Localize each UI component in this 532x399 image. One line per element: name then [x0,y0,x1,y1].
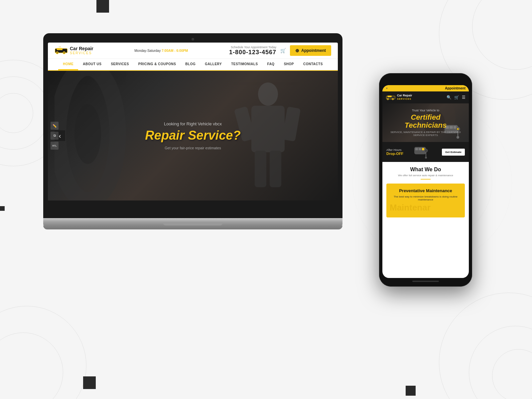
phone-logo: Car RepairSERVICES [386,94,412,101]
svg-point-8 [74,104,101,164]
svg-rect-13 [255,151,266,187]
nav-faq[interactable]: FAQ [263,59,279,70]
phone-device: ▼ Appointment Car Repai [379,73,472,287]
nav-testimonials[interactable]: TESTIMONIALS [226,59,262,70]
svg-point-9 [258,82,278,106]
svg-point-35 [424,149,428,152]
svg-point-17 [387,99,388,99]
nav-pricing[interactable]: PRICING & COUPONS [134,59,181,70]
hero-title: Repair Service? [145,128,240,143]
laptop-camera [192,38,194,41]
svg-point-37 [425,157,427,159]
svg-rect-5 [57,48,63,50]
phone-hero-title1: Certified [386,113,465,121]
service-watermark: Maintenar [390,202,462,213]
phone-what-we-do: What We Do We offer full service auto re… [382,162,469,224]
laptop-foot [43,225,342,229]
get-estimate-button[interactable]: Get Estimate [442,149,465,156]
site-topbar: Car Car Repair SERVICES Monday-Saturday … [48,43,338,59]
rtl-tool[interactable]: RTL [51,142,59,150]
svg-rect-12 [282,106,301,141]
svg-rect-14 [270,151,281,187]
laptop-base [43,218,342,225]
svg-rect-34 [422,148,424,150]
phone-menu-icon[interactable]: ☰ [462,95,466,100]
drop-off-label: Drop-OFF [386,152,403,156]
service-card-preventative: Preventative Maintenance The best way to… [386,184,465,217]
phone-logo-text: Car RepairSERVICES [397,94,412,101]
cart-icon[interactable]: 🛒 [280,48,286,53]
nav-home[interactable]: HOME [58,59,78,70]
laptop-screen-bezel: Car Car Repair SERVICES Monday-Saturday … [43,33,342,218]
what-we-do-title: What We Do [386,167,465,173]
phone-number: 1-800-123-4567 [229,49,276,56]
appointment-button[interactable]: ⊕ Appointment [290,45,331,56]
header-right: Schedule Your Appointment Today 1-800-12… [229,45,331,56]
hero-description: Get your fair-price repair estimates [145,146,240,150]
service-card-title: Preventative Maintenance [390,188,462,193]
laptop-screen: Car Car Repair SERVICES Monday-Saturday … [48,43,338,215]
svg-rect-32 [415,148,418,150]
svg-point-2 [57,52,58,53]
svg-rect-33 [419,148,421,150]
phone-hero-title2: Technicians [386,121,465,129]
logo-icon: Car [55,46,68,55]
what-we-do-subtitle: We offer full service auto repair & main… [386,174,465,177]
phone-topbar: ▼ Appointment [382,85,469,91]
main-scene: Car Car Repair SERVICES Monday-Saturday … [0,0,532,399]
svg-point-19 [392,99,393,99]
phone-hero-subtitle: Trust Your Vehicle to [386,109,465,112]
side-tools: ✏️ ⧉ RTL [51,122,59,150]
nav-gallery[interactable]: GALLERY [200,59,226,70]
site-navbar: HOME ABOUT US SERVICES PRICING & COUPONS… [48,59,338,71]
what-we-do-divider [421,179,431,180]
laptop-device: Car Car Repair SERVICES Monday-Saturday … [43,33,342,229]
key-fob-svg [414,145,432,159]
header-hours: Monday-Saturday 7:00AM - 6:00PM [134,49,188,53]
phone-notch [412,78,439,84]
phone-hero: Trust Your Vehicle to Certified Technici… [382,103,469,142]
phone-hero-description: SERVICE, MAINTENANCE & REPAIR BY THE CER… [386,131,465,137]
nav-contacts[interactable]: CONTACTS [299,59,328,70]
service-card-description: The best way to minimize breakdowns is d… [390,195,462,201]
phone-section: Schedule Your Appointment Today 1-800-12… [229,46,276,56]
site-logo: Car Car Repair SERVICES [55,46,93,55]
svg-text:Car: Car [59,46,61,48]
hours-text: Monday-Saturday 7:00AM - 6:00PM [134,49,188,53]
copy-tool[interactable]: ⧉ [51,132,59,140]
nav-services[interactable]: SERVICES [106,59,133,70]
phone-header-icons: 🔍 🛒 ☰ [447,95,466,100]
phone-hero-content: Trust Your Vehicle to Certified Technici… [386,109,465,137]
nav-shop[interactable]: SHOP [279,59,299,70]
phone-search-icon[interactable]: 🔍 [447,95,452,100]
phone-logo-icon [386,94,396,101]
phone-after-hours: After Hours Drop-OFF Get Estimate [382,142,469,162]
after-hours-text: After Hours Drop-OFF [386,148,403,156]
hero-content: Looking for Right Vehicle vbcx Repair Se… [145,121,240,150]
phone-screen: ▼ Appointment Car Repai [382,85,469,278]
hero-subtitle: Looking for Right Vehicle vbcx [145,121,240,126]
phone-home-bar [412,281,439,282]
svg-rect-10 [251,106,285,152]
appointment-circle-icon: ⊕ [295,48,299,53]
phone-label: Schedule Your Appointment Today [229,46,276,49]
phone-appointment-label: Appointment [445,86,466,90]
svg-rect-20 [387,96,392,97]
logo-text: Car Repair SERVICES [70,46,93,55]
phone-header: Car RepairSERVICES 🔍 🛒 ☰ [382,91,469,103]
svg-point-4 [64,52,65,53]
tire-svg [55,71,141,200]
pencil-tool[interactable]: ✏️ [51,122,59,130]
nav-about[interactable]: ABOUT US [78,59,106,70]
site-hero: ✏️ ⧉ RTL ‹ Looking for Right Vehicle vbc… [48,71,338,200]
phone-bezel: ▼ Appointment Car Repai [379,73,472,287]
laptop-website: Car Car Repair SERVICES Monday-Saturday … [48,43,338,215]
phone-cart-icon[interactable]: 🛒 [454,95,459,100]
nav-blog[interactable]: BLOG [181,59,200,70]
